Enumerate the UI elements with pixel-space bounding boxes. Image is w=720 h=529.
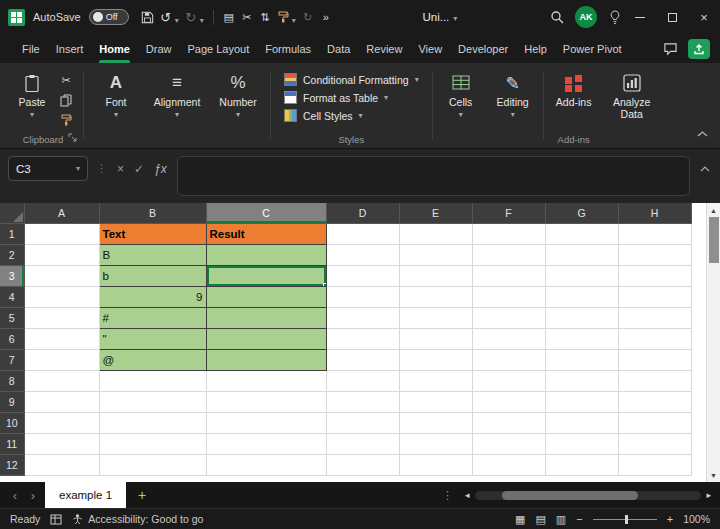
save-icon[interactable]	[139, 5, 157, 29]
lightbulb-icon[interactable]	[606, 5, 624, 29]
avatar[interactable]: AK	[575, 6, 597, 28]
redo-icon[interactable]: ↻	[182, 5, 200, 29]
cell-B4[interactable]: 9	[99, 286, 206, 307]
column-header-H[interactable]: H	[618, 203, 691, 223]
cell-G5[interactable]	[545, 307, 618, 328]
row-header-8[interactable]: 8	[0, 370, 24, 391]
cell-A5[interactable]	[24, 307, 99, 328]
cell-B10[interactable]	[99, 412, 206, 433]
cell-F9[interactable]	[472, 391, 545, 412]
cell-F4[interactable]	[472, 286, 545, 307]
tab-view[interactable]: View	[410, 34, 450, 63]
cell-G4[interactable]	[545, 286, 618, 307]
cell-B9[interactable]	[99, 391, 206, 412]
quick-access-dropdown-icon[interactable]: ▾	[292, 16, 296, 25]
tab-review[interactable]: Review	[358, 34, 410, 63]
cell-D4[interactable]	[326, 286, 399, 307]
paste-button[interactable]: Paste ▾	[9, 67, 55, 133]
row-header-4[interactable]: 4	[0, 286, 24, 307]
page-layout-view-icon[interactable]: ▤	[535, 513, 545, 526]
column-header-F[interactable]: F	[472, 203, 545, 223]
cells-button[interactable]: Cells ▾	[439, 67, 483, 133]
sync-icon[interactable]: ↻	[299, 5, 317, 29]
cell-H8[interactable]	[618, 370, 691, 391]
row-header-2[interactable]: 2	[0, 244, 24, 265]
tab-bar-options-icon[interactable]: ⋮	[433, 482, 462, 508]
close-button[interactable]: ×	[688, 0, 720, 34]
undo-dropdown-icon[interactable]: ▾	[175, 16, 179, 25]
conditional-formatting-button[interactable]: Conditional Formatting ▾	[277, 71, 426, 88]
cell-F12[interactable]	[472, 454, 545, 475]
cell-D5[interactable]	[326, 307, 399, 328]
cell-B12[interactable]	[99, 454, 206, 475]
zoom-out-icon[interactable]: −	[576, 513, 582, 525]
cell-C7[interactable]	[206, 349, 326, 370]
tab-formulas[interactable]: Formulas	[257, 34, 319, 63]
column-header-C[interactable]: C	[206, 203, 326, 223]
cell-C6[interactable]	[206, 328, 326, 349]
cell-F6[interactable]	[472, 328, 545, 349]
cell-E8[interactable]	[399, 370, 472, 391]
cell-G11[interactable]	[545, 433, 618, 454]
cell-A10[interactable]	[24, 412, 99, 433]
cell-C10[interactable]	[206, 412, 326, 433]
column-header-A[interactable]: A	[24, 203, 99, 223]
clipboard-dialog-launcher[interactable]	[68, 128, 77, 146]
cell-F2[interactable]	[472, 244, 545, 265]
row-header-6[interactable]: 6	[0, 328, 24, 349]
cell-C3[interactable]	[206, 265, 326, 286]
format-painter-icon[interactable]	[274, 5, 292, 29]
horizontal-scrollbar-track[interactable]	[475, 491, 702, 500]
cell-D12[interactable]	[326, 454, 399, 475]
cell-G9[interactable]	[545, 391, 618, 412]
cell-C1[interactable]: Result	[206, 223, 326, 244]
column-header-D[interactable]: D	[326, 203, 399, 223]
row-header-1[interactable]: 1	[0, 223, 24, 244]
cell-H5[interactable]	[618, 307, 691, 328]
page-break-view-icon[interactable]: ▥	[556, 513, 566, 526]
cell-G2[interactable]	[545, 244, 618, 265]
row-header-11[interactable]: 11	[0, 433, 24, 454]
cell-H12[interactable]	[618, 454, 691, 475]
tab-page-layout[interactable]: Page Layout	[179, 34, 257, 63]
cell-H10[interactable]	[618, 412, 691, 433]
cell-E12[interactable]	[399, 454, 472, 475]
cell-A4[interactable]	[24, 286, 99, 307]
cell-D10[interactable]	[326, 412, 399, 433]
cell-B6[interactable]: "	[99, 328, 206, 349]
minimize-button[interactable]	[624, 0, 656, 34]
row-header-12[interactable]: 12	[0, 454, 24, 475]
row-header-3[interactable]: 3	[0, 265, 24, 286]
cell-A8[interactable]	[24, 370, 99, 391]
addins-button[interactable]: Add-ins	[550, 67, 598, 133]
column-header-E[interactable]: E	[399, 203, 472, 223]
cell-E2[interactable]	[399, 244, 472, 265]
clipboard-icon[interactable]: ▤	[220, 5, 238, 29]
cell-G10[interactable]	[545, 412, 618, 433]
insert-function-icon[interactable]: ƒx	[154, 162, 167, 176]
collapse-formula-bar-icon[interactable]	[698, 156, 712, 181]
undo-icon[interactable]: ↺	[157, 5, 175, 29]
cell-E4[interactable]	[399, 286, 472, 307]
cell-E5[interactable]	[399, 307, 472, 328]
cell-H11[interactable]	[618, 433, 691, 454]
enter-icon[interactable]: ✓	[134, 162, 144, 176]
zoom-slider-thumb[interactable]	[625, 515, 628, 524]
overflow-icon[interactable]: »	[317, 5, 335, 29]
cell-F3[interactable]	[472, 265, 545, 286]
cell-C9[interactable]	[206, 391, 326, 412]
cell-B11[interactable]	[99, 433, 206, 454]
formula-bar-drag-handle[interactable]: ⋮	[96, 156, 107, 181]
cell-A1[interactable]	[24, 223, 99, 244]
cell-B5[interactable]: #	[99, 307, 206, 328]
cut-icon[interactable]: ✂	[238, 5, 256, 29]
scroll-right-icon[interactable]: ▸	[703, 490, 714, 500]
font-button[interactable]: A Font ▾	[90, 67, 142, 133]
cell-D11[interactable]	[326, 433, 399, 454]
cell-A12[interactable]	[24, 454, 99, 475]
tab-insert[interactable]: Insert	[48, 34, 92, 63]
name-box[interactable]: C3 ▾	[8, 156, 88, 181]
cancel-icon[interactable]: ×	[117, 162, 124, 176]
cell-H1[interactable]	[618, 223, 691, 244]
cell-G6[interactable]	[545, 328, 618, 349]
